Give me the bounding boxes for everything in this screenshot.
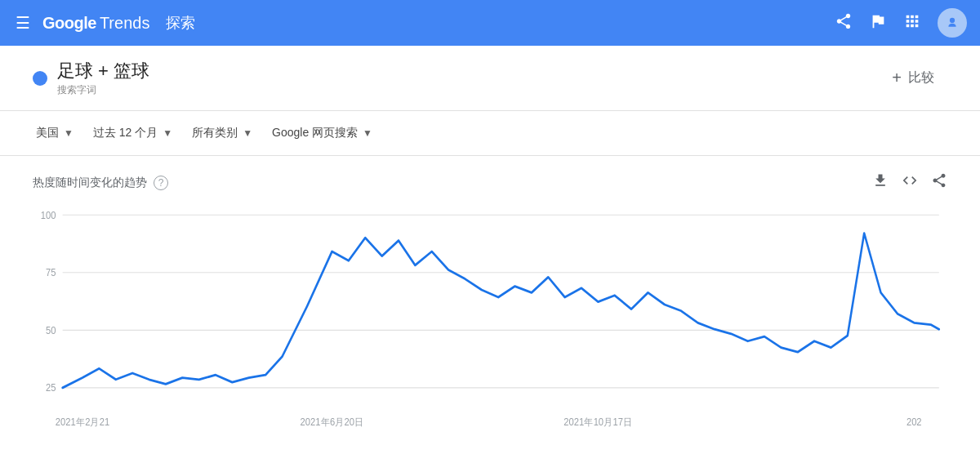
period-filter[interactable]: 过去 12 个月 ▼ — [90, 121, 176, 145]
chart-actions — [872, 172, 947, 193]
search-type-filter[interactable]: Google 网页搜索 ▼ — [269, 121, 376, 145]
embed-icon[interactable] — [902, 172, 918, 193]
category-arrow-icon: ▼ — [243, 127, 252, 139]
svg-text:202: 202 — [906, 416, 922, 427]
term-indicator — [33, 71, 47, 86]
search-term-main: 足球 + 篮球 — [57, 59, 149, 83]
svg-text:25: 25 — [46, 382, 56, 394]
google-text: Google — [42, 14, 96, 33]
search-type-label: Google 网页搜索 — [272, 126, 358, 140]
svg-text:75: 75 — [46, 267, 56, 278]
share-icon[interactable] — [835, 12, 853, 34]
search-term-text: 足球 + 篮球 搜索字词 — [57, 59, 149, 97]
svg-text:50: 50 — [46, 324, 56, 336]
avatar[interactable] — [938, 8, 967, 38]
compare-label: 比较 — [908, 69, 934, 87]
chart-area: 热度随时间变化的趋势 ? 100 75 — [0, 156, 980, 451]
flag-icon[interactable] — [869, 12, 887, 34]
compare-plus-icon: + — [892, 69, 902, 87]
category-filter[interactable]: 所有类别 ▼ — [189, 121, 256, 145]
trends-text: Trends — [100, 14, 150, 33]
period-arrow-icon: ▼ — [163, 127, 172, 139]
svg-point-1 — [950, 18, 955, 23]
period-label: 过去 12 个月 — [93, 126, 158, 140]
region-filter[interactable]: 美国 ▼ — [33, 121, 77, 145]
category-label: 所有类别 — [192, 126, 238, 140]
header-icons — [835, 8, 967, 38]
download-icon[interactable] — [872, 172, 889, 193]
chart-help-icon[interactable]: ? — [154, 176, 168, 190]
svg-text:2021年10月17日: 2021年10月17日 — [564, 416, 632, 427]
chart-title-text: 热度随时间变化的趋势 — [33, 176, 147, 190]
svg-text:100: 100 — [41, 209, 56, 220]
search-area: 足球 + 篮球 搜索字词 + 比较 — [0, 46, 980, 111]
menu-icon[interactable]: ☰ — [13, 13, 33, 33]
trend-chart: 100 75 50 25 2021年2月21 2021年6月20日 2021年1… — [33, 206, 947, 434]
chart-title-group: 热度随时间变化的趋势 ? — [33, 176, 168, 190]
page-title: 探索 — [166, 13, 195, 33]
svg-text:2021年6月20日: 2021年6月20日 — [301, 416, 364, 427]
header: ☰ Google Trends 探索 — [0, 0, 980, 46]
svg-text:2021年2月21: 2021年2月21 — [56, 416, 109, 427]
compare-button[interactable]: + 比较 — [879, 62, 947, 94]
search-type-arrow-icon: ▼ — [363, 127, 372, 139]
apps-icon[interactable] — [903, 12, 921, 34]
region-arrow-icon: ▼ — [64, 127, 74, 139]
chart-header: 热度随时间变化的趋势 ? — [33, 172, 947, 193]
header-logo: Google Trends — [42, 14, 149, 33]
search-term: 足球 + 篮球 搜索字词 — [33, 59, 862, 97]
filters-area: 美国 ▼ 过去 12 个月 ▼ 所有类别 ▼ Google 网页搜索 ▼ — [0, 111, 980, 156]
share-chart-icon[interactable] — [931, 172, 947, 193]
search-term-sub: 搜索字词 — [57, 83, 149, 97]
chart-container: 100 75 50 25 2021年2月21 2021年6月20日 2021年1… — [33, 206, 947, 434]
region-label: 美国 — [36, 126, 59, 140]
